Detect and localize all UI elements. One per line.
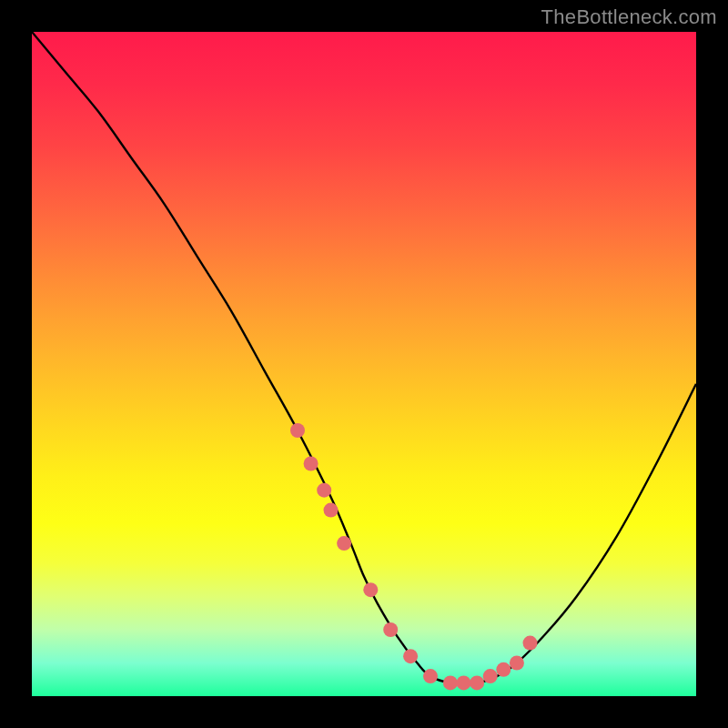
marker-dot — [457, 675, 471, 690]
marker-dot — [337, 536, 351, 551]
marker-dot — [423, 669, 438, 683]
marker-dot — [470, 675, 484, 690]
marker-dot — [317, 483, 331, 498]
marker-dot — [496, 662, 511, 677]
marker-group — [290, 423, 538, 690]
marker-dot — [304, 457, 318, 471]
chart-plot-area — [32, 32, 696, 696]
marker-dot — [510, 656, 524, 671]
marker-dot — [324, 503, 339, 518]
marker-dot — [290, 423, 305, 438]
marker-dot — [443, 675, 458, 690]
marker-dot — [363, 582, 378, 597]
watermark-text: TheBottleneck.com — [541, 5, 717, 29]
chart-frame: TheBottleneck.com — [0, 0, 728, 728]
chart-svg — [32, 32, 696, 696]
curve-line — [32, 32, 696, 683]
marker-dot — [523, 636, 538, 651]
marker-dot — [403, 649, 418, 663]
marker-dot — [383, 622, 398, 637]
marker-dot — [483, 669, 498, 683]
